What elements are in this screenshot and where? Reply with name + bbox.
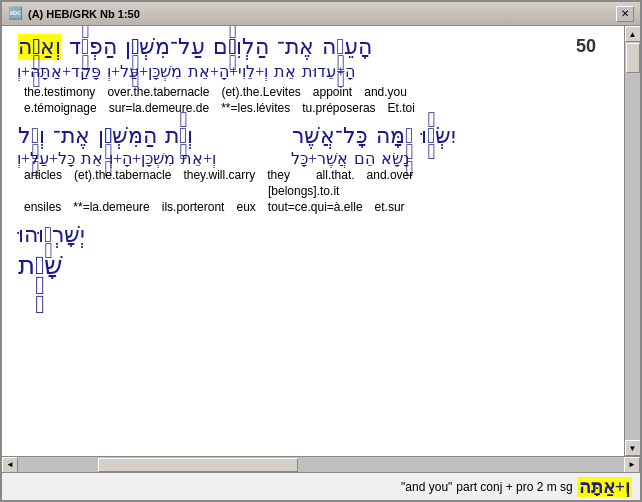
morph-row-2a: וְ+אֵת מִשְׁכָּן+הָ+וְ אֵת כָּל+עַל+וְ	[14, 149, 288, 168]
gloss-word[interactable]: (et).the.Levites	[221, 85, 300, 99]
window-title: (A) HEB/GRK Nb 1:50	[28, 8, 140, 20]
morph-word[interactable]: וְ+אֵת	[181, 149, 216, 168]
morph-word[interactable]: נָשָׂא	[381, 149, 409, 168]
french-word[interactable]: eux	[236, 200, 255, 214]
status-hebrew-highlighted: וְ+אַתָּה	[577, 477, 632, 497]
french-word[interactable]: sur=la.demeure.de	[109, 101, 209, 115]
scroll-right-button[interactable]: ►	[624, 457, 640, 473]
app-icon: 🔤	[8, 6, 24, 22]
morph-word[interactable]: הֵם	[354, 149, 375, 168]
title-bar: 🔤 (A) HEB/GRK Nb 1:50 ✕	[2, 2, 640, 26]
scroll-down-button[interactable]: ▼	[625, 440, 641, 456]
french-row-1: e.témoignage sur=la.demeure.de **=les.lé…	[14, 101, 612, 115]
section-1: הָעֵדָ֖ה אֶת־ הַלְוִיִּ֔ם עַל־מִשְׁכַּ֣ן…	[14, 34, 612, 115]
french-word[interactable]: ensiles	[24, 200, 61, 214]
scroll-up-button[interactable]: ▲	[625, 26, 641, 42]
hebrew-word[interactable]: וְאֵ֗ת	[165, 123, 193, 149]
french-word[interactable]: **=les.lévites	[221, 101, 290, 115]
hebrew-row-2b: יִשְׂאֻ֔וּ הֵ֣מָּה כָּל־אֲשֶׁר	[288, 123, 562, 149]
morph-word[interactable]: הָ+עֵדוּת	[302, 62, 355, 81]
hebrew-word[interactable]: אֶת־	[53, 123, 90, 149]
french-word[interactable]: ils.porteront	[162, 200, 225, 214]
right-scrollbar: ▲ ▼	[624, 26, 640, 456]
hebrew-word[interactable]: כָּל־אֲשֶׁר	[292, 123, 368, 149]
morph-word[interactable]: אֵת	[81, 149, 103, 168]
hebrew-word[interactable]: יִשְׂאֻ֔וּ	[421, 123, 456, 149]
gloss-word[interactable]: articles	[24, 168, 62, 182]
hebrew-word[interactable]: הַמִּשְׁכָּ֑ן	[98, 123, 157, 149]
gloss-row-2: articles (et).the.tabernacle they.will.c…	[14, 168, 612, 182]
gloss-word[interactable]: they.will.carry	[183, 168, 255, 182]
hebrew-word-highlighted[interactable]: וְאַתָּ֣ה	[18, 34, 61, 60]
gloss-word[interactable]: [belongs].to.it	[268, 184, 339, 198]
scroll-track[interactable]	[625, 42, 641, 440]
hscroll-track[interactable]	[18, 457, 624, 473]
hebrew-word[interactable]: יְשָׁרְת֖וּהוּ	[18, 222, 85, 248]
hebrew-word[interactable]: עַל־מִשְׁכַּ֣ן	[125, 34, 205, 60]
morph-word[interactable]: כָּל+עַל+וְ	[17, 149, 75, 168]
hebrew-word[interactable]: הַלְוִיִּ֔ם	[213, 34, 269, 60]
status-morph: part conj + pro 2 m sg	[456, 480, 572, 494]
text-panel: 50 הָעֵדָ֖ה אֶת־ הַלְוִיִּ֔ם עַל־מִשְׁכַ…	[2, 26, 624, 456]
scroll-thumb[interactable]	[626, 43, 640, 73]
hscroll-thumb[interactable]	[98, 458, 298, 472]
gloss-word[interactable]: over.the.tabernacle	[107, 85, 209, 99]
morph-word[interactable]: מִשְׁכָּן+עַל+וְ	[107, 62, 182, 81]
gloss-row-2b: [belongs].to.it	[14, 184, 612, 198]
gloss-word[interactable]: and.over	[367, 168, 414, 182]
content-area: 50 הָעֵדָ֖ה אֶת־ הַלְוִיִּ֔ם עַל־מִשְׁכַ…	[2, 26, 640, 472]
hebrew-word[interactable]: הָעֵדָ֖ה	[322, 34, 372, 60]
hebrew-row-1: הָעֵדָ֖ה אֶת־ הַלְוִיִּ֔ם עַל־מִשְׁכַּ֣ן…	[14, 34, 612, 60]
hebrew-word[interactable]: הֵ֣מָּה	[376, 123, 413, 149]
morph-word[interactable]: מִשְׁכָּן+הָ+וְ	[109, 149, 175, 168]
gloss-word[interactable]: and.you	[364, 85, 407, 99]
french-word[interactable]: Et.toi	[388, 101, 415, 115]
morph-word[interactable]: וְ+לֵוִי+הָ+אֵת	[188, 62, 268, 81]
close-button[interactable]: ✕	[616, 6, 634, 22]
verse-number: 50	[576, 36, 596, 57]
gloss-word[interactable]: (et).the.tabernacle	[74, 168, 171, 182]
french-word[interactable]: e.témoignage	[24, 101, 97, 115]
morph-word[interactable]: אֲשֶׁר+כָּל	[291, 149, 348, 168]
main-layout: 50 הָעֵדָ֖ה אֶת־ הַלְוִיִּ֔ם עַל־מִשְׁכַ…	[2, 26, 640, 456]
gloss-word[interactable]: appoint	[313, 85, 352, 99]
section-2: וְאֵ֗ת הַמִּשְׁכָּ֑ן אֶת־ וְעַ֥ל יִשְׂאֻ…	[14, 123, 612, 214]
hebrew-word[interactable]: הַפְקֵ֗ד	[69, 34, 117, 60]
scroll-left-button[interactable]: ◄	[2, 457, 18, 473]
french-word[interactable]: **=la.demeure	[73, 200, 149, 214]
french-word[interactable]: tout=ce.qui=à.elle	[268, 200, 363, 214]
hebrew-row-3b: שָׁרֵ֥ת	[14, 250, 612, 281]
hebrew-word[interactable]: אֶת־	[277, 34, 314, 60]
gloss-word[interactable]: they	[267, 168, 290, 182]
gloss-word[interactable]: the.testimony	[24, 85, 95, 99]
section-3: יְשָׁרְת֖וּהוּ שָׁרֵ֥ת	[14, 222, 612, 281]
french-row-2: ensiles **=la.demeure ils.porteront eux …	[14, 200, 612, 214]
status-bar: "and you" part conj + pro 2 m sg וְ+אַתָ…	[2, 472, 640, 500]
morph-word[interactable]: אֵת	[274, 62, 296, 81]
morph-row-2b: נָשָׂא הֵם אֲשֶׁר+כָּל	[288, 149, 562, 168]
morph-row-1: הָ+עֵדוּת אֵת וְ+לֵוִי+הָ+אֵת מִשְׁכָּן+…	[14, 62, 612, 81]
verse-content[interactable]: 50 הָעֵדָ֖ה אֶת־ הַלְוִיִּ֔ם עַל־מִשְׁכַ…	[2, 26, 624, 456]
hebrew-row-2a: וְאֵ֗ת הַמִּשְׁכָּ֑ן אֶת־ וְעַ֥ל	[14, 123, 288, 149]
hebrew-word[interactable]: וְעַ֥ל	[18, 123, 45, 149]
main-window: 🔤 (A) HEB/GRK Nb 1:50 ✕ 50 הָעֵדָ֖ה א	[0, 0, 642, 502]
status-hebrew-form: וְ+אַתָּה	[577, 476, 632, 498]
french-word[interactable]: tu.préposeras	[302, 101, 375, 115]
french-word[interactable]: et.sur	[375, 200, 405, 214]
status-gloss: "and you"	[401, 480, 452, 494]
gloss-word[interactable]: all.that.	[316, 168, 355, 182]
hebrew-word[interactable]: שָׁרֵ֥ת	[18, 250, 63, 281]
gloss-row-1: the.testimony over.the.tabernacle (et).t…	[14, 85, 612, 99]
morph-word[interactable]: פָּקַד+אַתָּה+וְ	[17, 62, 101, 81]
title-bar-left: 🔤 (A) HEB/GRK Nb 1:50	[8, 6, 140, 22]
hebrew-row-3: יְשָׁרְת֖וּהוּ	[14, 222, 612, 248]
bottom-scrollbar: ◄ ►	[2, 456, 640, 472]
